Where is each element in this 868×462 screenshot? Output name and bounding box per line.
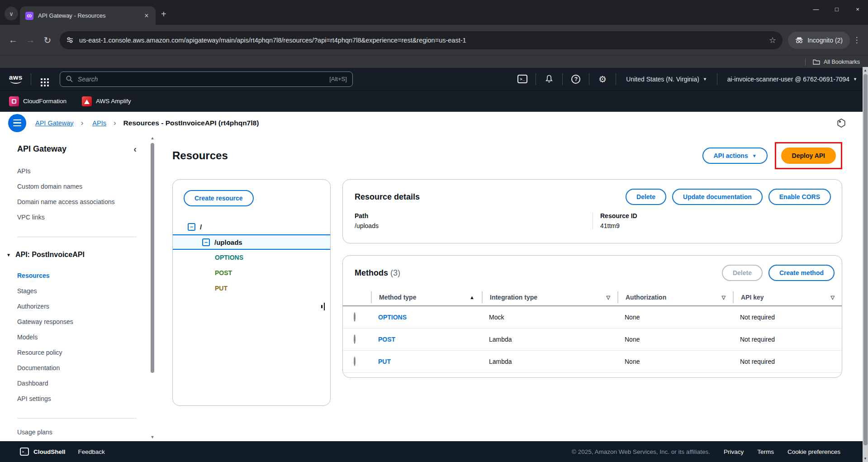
tab-close-icon[interactable]: × bbox=[142, 11, 151, 20]
column-header-method-type[interactable]: Method type ▲ bbox=[371, 291, 482, 303]
sidebar-item-api-settings[interactable]: API settings bbox=[17, 391, 158, 406]
services-grid-icon[interactable] bbox=[41, 78, 43, 80]
collapse-minus-icon[interactable]: − bbox=[188, 223, 195, 231]
resource-id-label: Resource ID bbox=[600, 212, 637, 219]
hamburger-menu-icon[interactable] bbox=[8, 114, 26, 132]
scrollbar-thumb[interactable] bbox=[863, 74, 868, 445]
tree-method-put[interactable]: PUT bbox=[173, 281, 330, 296]
cloudformation-icon bbox=[9, 96, 19, 106]
site-settings-icon[interactable] bbox=[66, 36, 74, 44]
panel-resize-handle[interactable] bbox=[321, 303, 325, 310]
url-text[interactable]: us-east-1.console.aws.amazon.com/apigate… bbox=[79, 37, 764, 44]
forward-icon[interactable]: → bbox=[22, 32, 39, 49]
tree-row-uploads[interactable]: − /uploads bbox=[173, 234, 330, 250]
row-radio[interactable] bbox=[354, 334, 356, 344]
cloudshell-icon[interactable]: >_ bbox=[515, 71, 530, 87]
incognito-badge[interactable]: Incognito (2) bbox=[788, 32, 850, 49]
sort-icon: ▽ bbox=[831, 295, 835, 300]
footer-feedback-button[interactable]: Feedback bbox=[78, 448, 105, 455]
cloudshell-icon[interactable]: >_ bbox=[20, 448, 29, 456]
console-footer: >_ CloudShell Feedback © 2025, Amazon We… bbox=[0, 441, 863, 462]
notifications-bell-icon[interactable] bbox=[541, 71, 557, 87]
window-maximize-button[interactable]: □ bbox=[826, 0, 847, 18]
sidebar-item-dashboard[interactable]: Dashboard bbox=[17, 376, 158, 391]
sidebar-item-vpc-links[interactable]: VPC links bbox=[17, 210, 158, 225]
window-close-button[interactable]: × bbox=[847, 0, 868, 18]
method-link-post[interactable]: POST bbox=[378, 336, 395, 343]
api-actions-button[interactable]: API actions ▼ bbox=[702, 148, 767, 164]
window-minimize-button[interactable]: — bbox=[806, 0, 826, 18]
sidebar-item-usage-plans[interactable]: Usage plans bbox=[17, 429, 158, 436]
new-tab-button[interactable]: + bbox=[161, 9, 166, 19]
sidebar-scrollbar[interactable]: ▲ ▼ bbox=[149, 134, 156, 441]
tree-row-root[interactable]: − / bbox=[173, 219, 330, 234]
method-link-options[interactable]: OPTIONS bbox=[378, 314, 407, 321]
footer-terms-link[interactable]: Terms bbox=[757, 448, 774, 455]
sidebar-item-gateway-responses[interactable]: Gateway responses bbox=[17, 314, 158, 329]
sidebar-item-authorizers[interactable]: Authorizers bbox=[17, 299, 158, 314]
delete-resource-button[interactable]: Delete bbox=[626, 189, 666, 205]
enable-cors-button[interactable]: Enable CORS bbox=[768, 189, 831, 205]
footer-privacy-link[interactable]: Privacy bbox=[724, 448, 744, 455]
table-row: OPTIONS Mock None Not required bbox=[343, 306, 842, 329]
row-radio[interactable] bbox=[354, 357, 356, 366]
column-header-authorization[interactable]: Authorization ▽ bbox=[617, 291, 733, 303]
screen: ∨ API Gateway - Resources × + — □ × ← → … bbox=[0, 0, 868, 462]
collapse-sidebar-icon[interactable]: ‹ bbox=[133, 144, 137, 154]
shortcut-cloudformation[interactable]: CloudFormation bbox=[9, 96, 66, 106]
tab-search-icon[interactable]: ∨ bbox=[5, 7, 18, 20]
create-resource-button[interactable]: Create resource bbox=[184, 190, 254, 206]
aws-logo[interactable]: aws bbox=[9, 74, 23, 84]
account-menu[interactable]: ai-invoice-scanner-user @ 6762-0691-7094… bbox=[723, 76, 862, 83]
page-scrollbar[interactable]: ▲ ▼ bbox=[863, 67, 868, 462]
scrollbar-thumb[interactable] bbox=[151, 143, 154, 373]
update-documentation-button[interactable]: Update documentation bbox=[672, 189, 763, 205]
breadcrumb-api-gateway[interactable]: API Gateway bbox=[35, 119, 74, 127]
region-selector[interactable]: United States (N. Virginia) ▼ bbox=[621, 76, 711, 83]
sidebar-item-resource-policy[interactable]: Resource policy bbox=[17, 345, 158, 360]
delete-method-button[interactable]: Delete bbox=[722, 265, 763, 281]
sidebar-item-domain-name-access-associations[interactable]: Domain name access associations bbox=[17, 194, 158, 210]
search-icon bbox=[66, 75, 73, 83]
sort-asc-icon: ▲ bbox=[470, 295, 474, 300]
favorites-bar: CloudFormation AWS Amplify bbox=[0, 90, 868, 112]
aws-search-input[interactable]: Search [Alt+S] bbox=[60, 71, 353, 87]
breadcrumb-apis[interactable]: APIs bbox=[92, 119, 106, 127]
bookmark-star-icon[interactable]: ☆ bbox=[769, 35, 776, 45]
browser-tab[interactable]: API Gateway - Resources × bbox=[20, 6, 156, 25]
sidebar-item-resources[interactable]: Resources bbox=[17, 268, 158, 283]
all-bookmarks-button[interactable]: All Bookmarks bbox=[824, 59, 860, 65]
shortcut-aws-amplify[interactable]: AWS Amplify bbox=[82, 96, 131, 106]
column-header-integration-type[interactable]: Integration type ▽ bbox=[482, 291, 617, 303]
method-link-put[interactable]: PUT bbox=[378, 358, 391, 365]
sidebar-item-documentation[interactable]: Documentation bbox=[17, 360, 158, 376]
create-method-button[interactable]: Create method bbox=[768, 265, 835, 281]
tree-method-options[interactable]: OPTIONS bbox=[173, 250, 330, 265]
settings-gear-icon[interactable]: ⚙ bbox=[595, 71, 610, 87]
bookmarks-bar: All Bookmarks bbox=[0, 55, 868, 68]
aws-smile-icon bbox=[10, 80, 21, 84]
sidebar-item-models[interactable]: Models bbox=[17, 329, 158, 345]
sidebar-title: API Gateway bbox=[17, 144, 66, 154]
browser-toolbar: ← → ↻ us-east-1.console.aws.amazon.com/a… bbox=[0, 25, 868, 55]
browser-menu-icon[interactable]: ⋮ bbox=[850, 35, 863, 45]
hexagon-badge-icon[interactable] bbox=[836, 118, 846, 128]
sidebar-section-api[interactable]: ▼ API: PostInvoiceAPI bbox=[6, 251, 158, 259]
sidebar-item-stages[interactable]: Stages bbox=[17, 283, 158, 299]
deploy-api-button[interactable]: Deploy API bbox=[781, 148, 836, 164]
collapse-minus-icon[interactable]: − bbox=[202, 238, 210, 246]
search-placeholder: Search bbox=[78, 76, 329, 83]
tree-method-post[interactable]: POST bbox=[173, 265, 330, 281]
url-bar[interactable]: us-east-1.console.aws.amazon.com/apigate… bbox=[60, 31, 783, 49]
row-radio[interactable] bbox=[354, 312, 356, 322]
sidebar-item-custom-domain-names[interactable]: Custom domain names bbox=[17, 179, 158, 194]
footer-cookie-preferences-link[interactable]: Cookie preferences bbox=[787, 448, 840, 455]
footer-cloudshell-button[interactable]: CloudShell bbox=[33, 448, 66, 455]
column-header-api-key[interactable]: API key ▽ bbox=[733, 291, 842, 303]
copyright-text: © 2025, Amazon Web Services, Inc. or its… bbox=[572, 448, 710, 455]
methods-table: Method type ▲ Integration type ▽ Authori… bbox=[343, 289, 842, 373]
reload-icon[interactable]: ↻ bbox=[39, 32, 56, 49]
back-icon[interactable]: ← bbox=[5, 32, 22, 49]
help-icon[interactable]: ? bbox=[568, 71, 583, 87]
sidebar-item-apis[interactable]: APIs bbox=[17, 163, 158, 179]
